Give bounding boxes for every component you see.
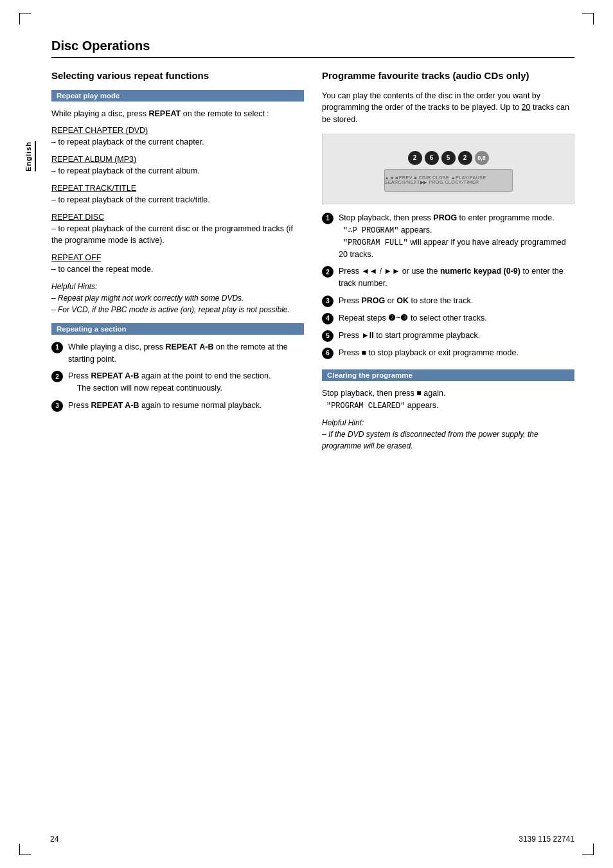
prog-step-6-text: Press ■ to stop playback or exit program… xyxy=(339,347,519,359)
page-number: 24 xyxy=(50,835,58,844)
left-section-heading: Selecting various repeat functions xyxy=(51,69,304,82)
document-number: 3139 115 22741 xyxy=(519,835,574,844)
step-3-text: Press REPEAT A-B again to resume normal … xyxy=(68,400,262,412)
repeat-step-2: 2 Press REPEAT A-B again at the point to… xyxy=(51,370,304,394)
prog-step-3-text: Press PROG or OK to store the track. xyxy=(339,295,473,307)
repeat-off-heading: REPEAT OFF xyxy=(51,253,304,262)
prog-step-1-text: Stop playback, then press PROG to enter … xyxy=(339,212,574,261)
repeat-hints: Helpful Hints: – Repeat play might not w… xyxy=(51,281,304,315)
repeating-section-label: Repeating a section xyxy=(51,323,304,335)
repeat-disc-text: – to repeat playback of the current disc… xyxy=(51,223,304,247)
step-1-text: While playing a disc, press REPEAT A-B o… xyxy=(68,341,304,366)
clearing-hint: Helpful Hint: – If the DVD system is dis… xyxy=(322,417,574,452)
repeat-track-text: – to repeat playback of the current trac… xyxy=(51,194,304,206)
prog-circle-1: 1 xyxy=(322,213,333,224)
prog-circle-3: 3 xyxy=(322,296,333,307)
clearing-label: Clearing the programme xyxy=(322,369,574,381)
repeating-steps: 1 While playing a disc, press REPEAT A-B… xyxy=(51,341,304,412)
repeat-chapter-text: – to repeat playback of the current chap… xyxy=(51,136,304,148)
repeat-step-3: 3 Press REPEAT A-B again to resume norma… xyxy=(51,400,304,412)
prog-step-3: 3 Press PROG or OK to store the track. xyxy=(322,295,574,307)
prog-step-5-text: Press ►II to start programme playback. xyxy=(339,330,480,342)
prog-step-4-text: Repeat steps ❷~❸ to select other tracks. xyxy=(339,312,487,324)
step-2-text: Press REPEAT A-B again at the point to e… xyxy=(68,370,271,394)
right-section-heading: Programme favourite tracks (audio CDs on… xyxy=(322,69,574,82)
programme-steps: 1 Stop playback, then press PROG to ente… xyxy=(322,212,574,359)
repeat-album-text: – to repeat playback of the current albu… xyxy=(51,165,304,177)
repeat-step-1: 1 While playing a disc, press REPEAT A-B… xyxy=(51,341,304,366)
repeat-intro: While playing a disc, press REPEAT on th… xyxy=(51,108,304,120)
repeat-play-label: Repeat play mode xyxy=(51,90,304,102)
repeat-disc-heading: REPEAT DISC xyxy=(51,213,304,222)
prog-circle-2: 2 xyxy=(322,266,333,278)
prog-step-4: 4 Repeat steps ❷~❸ to select other track… xyxy=(322,312,574,324)
step-circle-1: 1 xyxy=(51,342,63,353)
remote-image: 2 6 5 2 0,8 xyxy=(322,134,574,204)
right-intro: You can play the contents of the disc in… xyxy=(322,90,574,126)
page-title: Disc Operations xyxy=(51,39,574,58)
repeat-chapter-heading: REPEAT CHAPTER (DVD) xyxy=(51,126,304,135)
clearing-text: Stop playback, then press ■ again. "PROG… xyxy=(322,387,574,412)
step-circle-2: 2 xyxy=(51,371,63,382)
step-circle-3: 3 xyxy=(51,400,63,412)
prog-step-5: 5 Press ►II to start programme playback. xyxy=(322,330,574,342)
repeat-album-heading: REPEAT ALBUM (MP3) xyxy=(51,155,304,164)
left-column: Selecting various repeat functions Repea… xyxy=(51,69,304,452)
prog-circle-4: 4 xyxy=(322,313,333,324)
main-content: Selecting various repeat functions Repea… xyxy=(51,69,574,452)
language-tab: English xyxy=(24,141,36,172)
prog-step-2: 2 Press ◄◄ / ►► or use the numeric keypa… xyxy=(322,265,574,290)
prog-circle-6: 6 xyxy=(322,348,333,359)
prog-step-1: 1 Stop playback, then press PROG to ente… xyxy=(322,212,574,261)
prog-step-2-text: Press ◄◄ / ►► or use the numeric keypad … xyxy=(339,265,574,290)
prog-circle-5: 5 xyxy=(322,330,333,342)
repeat-off-text: – to cancel the repeat mode. xyxy=(51,263,304,276)
repeat-track-heading: REPEAT TRACK/TITLE xyxy=(51,184,304,193)
right-column: Programme favourite tracks (audio CDs on… xyxy=(322,69,574,452)
prog-step-6: 6 Press ■ to stop playback or exit progr… xyxy=(322,347,574,359)
